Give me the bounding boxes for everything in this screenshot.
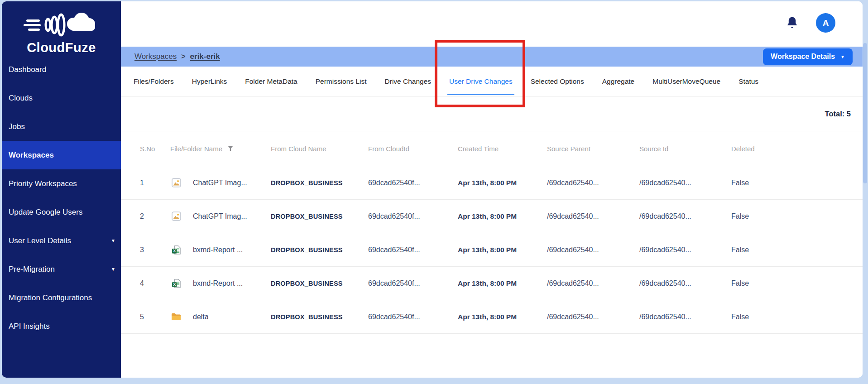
scrollbar-thumb[interactable] [863, 43, 867, 183]
cell-created-time: Apr 13th, 8:00 PM [458, 179, 547, 187]
column-header-source-id: Source Id [639, 145, 731, 153]
tab-label: User Drive Changes [449, 77, 513, 86]
cell-deleted: False [731, 279, 863, 288]
tab[interactable]: Aggregate [602, 67, 635, 96]
sidebar-item[interactable]: Priority Workspaces ▼ [2, 169, 121, 198]
cell-file-name: X bxmd-Report ... [170, 245, 271, 255]
cell-deleted: False [731, 179, 863, 187]
notification-bell-icon[interactable] [786, 16, 798, 31]
breadcrumb-current[interactable]: erik-erik [190, 52, 220, 61]
sidebar-item[interactable]: Pre-Migration ▼ [2, 255, 121, 283]
column-header-deleted: Deleted [731, 145, 863, 153]
file-type-icon: X [171, 245, 181, 255]
app-screenshot: CloudFuze Dashboard ▼ Clouds ▼ Jobs [0, 0, 868, 384]
sidebar-nav: Dashboard ▼ Clouds ▼ Jobs ▼ Workspa [2, 55, 121, 341]
sidebar-item-label: API Insights [9, 322, 50, 331]
cell-from-cloud-id: 69dcad62540f... [368, 179, 458, 187]
brand-name: CloudFuze [27, 40, 96, 55]
sidebar-item[interactable]: Jobs ▼ [2, 112, 121, 141]
tab-label: Permissions List [316, 77, 367, 86]
cell-source-parent: /69dcad62540... [547, 313, 639, 321]
tab-label: MultiUserMoveQueue [652, 77, 720, 86]
tab-label: Aggregate [602, 77, 635, 86]
tab-label: Files/Folders [134, 77, 174, 86]
cell-file-name: delta [170, 313, 271, 321]
tab[interactable]: MultiUserMoveQueue [652, 67, 720, 96]
tab[interactable]: Drive Changes [385, 67, 432, 96]
image-file-icon [172, 211, 181, 221]
sidebar-item[interactable]: API Insights ▼ [2, 312, 121, 341]
table-header: S.No File/Folder Name From Cloud Name Fr… [121, 131, 863, 166]
total-count: Total: 5 [825, 110, 851, 118]
cell-source-id: /69dcad62540... [639, 179, 731, 187]
cell-created-time: Apr 13th, 8:00 PM [458, 212, 547, 221]
cell-file-name: X bxmd-Report ... [170, 278, 271, 288]
workspace-details-button[interactable]: Workspace Details ▼ [763, 48, 853, 65]
sidebar-item[interactable]: Workspaces ▼ [2, 141, 121, 169]
chevron-down-icon: ▼ [111, 267, 121, 272]
cell-from-cloud-name: DROPBOX_BUSINESS [271, 246, 368, 254]
table-row[interactable]: 2 ChatGPT Imag... DROPBOX_BUSINESS 69dca… [121, 200, 863, 233]
cell-source-id: /69dcad62540... [639, 212, 731, 221]
cell-deleted: False [731, 246, 863, 254]
sidebar-item-label: Jobs [9, 122, 25, 131]
tab[interactable]: Folder MetaData [245, 67, 297, 96]
sidebar-item-label: Dashboard [9, 65, 46, 74]
tab[interactable]: Files/Folders [134, 67, 174, 96]
tab-bar: Files/Folders HyperLinks Folder MetaData… [121, 67, 863, 96]
breadcrumb-root-link[interactable]: Workspaces [134, 52, 177, 61]
tab[interactable]: User Drive Changes [449, 67, 513, 96]
topbar: A [121, 1, 863, 47]
cell-from-cloud-id: 69dcad62540f... [368, 313, 458, 321]
tab[interactable]: Selected Options [531, 67, 584, 96]
cell-source-parent: /69dcad62540... [547, 179, 639, 187]
tab[interactable]: Permissions List [316, 67, 367, 96]
sidebar-item-label: Workspaces [9, 151, 54, 160]
sidebar-item[interactable]: Migration Configurations ▼ [2, 283, 121, 312]
table-row[interactable]: 1 ChatGPT Imag... DROPBOX_BUSINESS 69dca… [121, 166, 863, 200]
cell-created-time: Apr 13th, 8:00 PM [458, 313, 547, 321]
file-name-label: ChatGPT Imag... [193, 179, 247, 187]
excel-file-icon: X [172, 278, 181, 288]
avatar-letter: A [823, 18, 829, 28]
cell-deleted: False [731, 212, 863, 221]
sidebar-item-label: Clouds [9, 94, 33, 103]
tab[interactable]: Status [739, 67, 758, 96]
cell-from-cloud-name: DROPBOX_BUSINESS [271, 213, 368, 220]
cell-file-name: ChatGPT Imag... [170, 178, 271, 187]
cell-source-parent: /69dcad62540... [547, 246, 639, 254]
tab-label: Drive Changes [385, 77, 432, 86]
cell-deleted: False [731, 313, 863, 321]
sidebar-item[interactable]: User Level Details ▼ [2, 226, 121, 255]
avatar[interactable]: A [816, 13, 835, 33]
table-row[interactable]: 4 X bxmd-Report ... DROPBOX_BUSINESS 69d… [121, 267, 863, 300]
svg-text:X: X [173, 249, 176, 253]
tab-label: Folder MetaData [245, 77, 297, 86]
file-name-label: ChatGPT Imag... [193, 212, 247, 221]
cloudfuze-logo: CloudFuze [2, 7, 121, 55]
file-name-label: bxmd-Report ... [193, 246, 243, 254]
tab-label: Status [739, 77, 758, 86]
tab[interactable]: HyperLinks [192, 67, 227, 96]
cell-from-cloud-name: DROPBOX_BUSINESS [271, 280, 368, 287]
filter-funnel-icon[interactable] [228, 145, 233, 153]
workspace-details-label: Workspace Details [771, 53, 835, 61]
cell-source-id: /69dcad62540... [639, 313, 731, 321]
table-body: 1 ChatGPT Imag... DROPBOX_BUSINESS 69dca… [121, 166, 863, 334]
column-header-source-parent: Source Parent [547, 145, 639, 153]
sidebar-item[interactable]: Dashboard ▼ [2, 55, 121, 84]
file-name-label: delta [193, 313, 209, 321]
column-header-from-cloud-name: From Cloud Name [271, 145, 368, 153]
cell-file-name: ChatGPT Imag... [170, 211, 271, 221]
cell-source-parent: /69dcad62540... [547, 212, 639, 221]
chevron-down-icon: ▼ [840, 54, 845, 59]
table-row[interactable]: 3 X bxmd-Report ... DROPBOX_BUSINESS 69d… [121, 233, 863, 267]
sidebar-item-label: Pre-Migration [9, 265, 55, 274]
sidebar-item[interactable]: Clouds ▼ [2, 84, 121, 112]
cell-sno: 5 [121, 313, 170, 321]
svg-text:X: X [173, 282, 176, 287]
sidebar-item[interactable]: Update Google Users ▼ [2, 198, 121, 226]
column-header-created-time: Created Time [458, 145, 547, 153]
column-header-from-cloudid: From CloudId [368, 145, 458, 153]
table-row[interactable]: 5 delta DROPBOX_BUSINESS 69dcad62540f...… [121, 300, 863, 334]
